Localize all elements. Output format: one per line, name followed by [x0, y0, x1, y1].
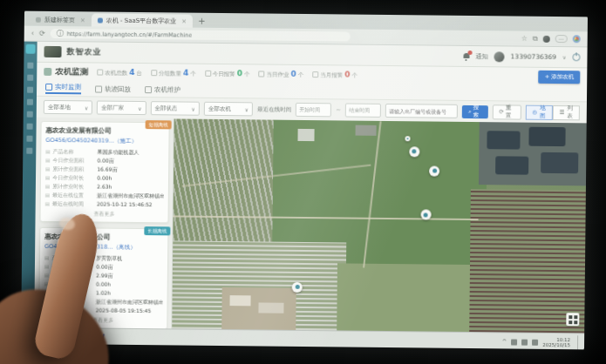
battery-icon[interactable]: [521, 339, 528, 345]
rail-item[interactable]: [27, 87, 33, 93]
browser-tab-farm-machine[interactable]: 农机 - SaaS平台数字农业 ×: [92, 13, 193, 27]
add-machine-button[interactable]: + 添加农机: [539, 71, 581, 84]
machine-select[interactable]: 全部农机 ∨: [204, 102, 253, 117]
address-bar[interactable]: ⓘ https://farm.lanyangtech.cn/#/FarmMach…: [51, 29, 351, 42]
system-tray: ^ 10:12 2025/10/15: [501, 334, 581, 349]
field-label: 最近在线时间: [52, 199, 94, 209]
stat-unit: 个: [244, 71, 250, 78]
field-icon: ▤: [44, 253, 49, 262]
keyword-input[interactable]: [385, 104, 458, 118]
volume-icon[interactable]: [511, 339, 517, 345]
user-phone[interactable]: 13390736369: [511, 52, 557, 61]
refresh-icon[interactable]: ⟳: [39, 30, 45, 37]
logout-power-icon[interactable]: [572, 53, 580, 61]
rail-item[interactable]: [27, 111, 33, 118]
brand-logo-image: [44, 46, 61, 57]
rail-item[interactable]: [27, 75, 33, 81]
browser-tab-newtab[interactable]: 新建标签页 ×: [30, 13, 92, 27]
list-view-label: 列表: [567, 104, 573, 120]
machine-marker[interactable]: [420, 210, 431, 220]
stat-value: 0: [291, 70, 296, 78]
tab-title: 新建标签页: [44, 15, 75, 24]
chevron-down-icon: ∨: [138, 104, 141, 111]
vendor-select[interactable]: 全部厂家 ∨: [97, 101, 146, 116]
close-tab-icon[interactable]: ×: [80, 17, 85, 24]
map-field-patch: [337, 263, 478, 332]
taskbar-clock[interactable]: 10:12 2025/10/15: [542, 336, 570, 347]
rail-item[interactable]: [26, 136, 32, 142]
machine-marker[interactable]: [292, 281, 303, 292]
new-tab-button[interactable]: +: [198, 16, 206, 28]
base-select[interactable]: 全部基地 ∨: [44, 100, 92, 115]
stat-unit: 个: [190, 71, 196, 78]
rail-item[interactable]: [26, 148, 32, 154]
notify-label[interactable]: 通知: [476, 52, 488, 61]
tray-expand-icon[interactable]: ^: [501, 338, 507, 345]
rail-item[interactable]: [27, 63, 33, 69]
status-select[interactable]: 全部状态 ∨: [150, 101, 199, 116]
end-date-input[interactable]: 结束时间: [345, 103, 381, 117]
field-icon: ▤: [45, 173, 50, 182]
tab-icon: [45, 84, 52, 91]
rail-item[interactable]: [27, 99, 33, 105]
content-area: 短期离线 惠农农业发展有限公司 GO456/GO450240319…（施工） ▤…: [34, 118, 586, 334]
list-view-button[interactable]: ☰ 列表: [552, 104, 580, 119]
app-root: 数智农业 通知 13390736369 ∨: [21, 42, 587, 334]
select-value: 全部基地: [48, 103, 71, 111]
browser-logo-icon[interactable]: [573, 35, 581, 43]
field-icon: ▤: [45, 199, 50, 208]
back-icon[interactable]: ‹: [31, 30, 34, 37]
tab-machine-maintenance[interactable]: 农机维护: [145, 85, 180, 94]
search-label: 搜索: [473, 104, 482, 119]
machine-code-link[interactable]: GO456/GO450240319…（施工）: [45, 137, 164, 145]
field-value: 2025-10-12 15:46:52: [97, 200, 164, 210]
machine-marker[interactable]: [409, 146, 419, 157]
machine-card-1[interactable]: 短期离线 惠农农业发展有限公司 GO456/GO450240319…（施工） ▤…: [39, 121, 169, 224]
field-icon: ▤: [45, 191, 50, 199]
browser-menu-icon[interactable]: ⋯: [555, 35, 568, 43]
show-desktop-button[interactable]: [577, 335, 581, 349]
field-label: 最近在线位置: [52, 191, 94, 200]
tab-track-playback[interactable]: 轨迹回放: [95, 84, 131, 93]
reset-icon: ⟳: [499, 108, 504, 115]
select-value: 全部农机: [208, 104, 231, 112]
field-label: 累计作业面积: [52, 165, 94, 174]
map-building: [259, 302, 283, 313]
close-tab-icon[interactable]: ×: [181, 17, 187, 24]
time-filter-label: 最近在线时间: [257, 105, 291, 113]
search-button[interactable]: ⌕ 搜索: [462, 104, 488, 118]
app-logo: [26, 44, 36, 54]
map-overview-control[interactable]: [566, 313, 579, 326]
browser-profile-avatar[interactable]: [543, 35, 550, 42]
machine-marker[interactable]: [405, 136, 410, 141]
chevron-down-icon[interactable]: ∨: [562, 54, 566, 60]
brand-name: 数智农业: [66, 46, 101, 57]
search-icon: ⌕: [468, 108, 472, 115]
satellite-map[interactable]: [172, 118, 586, 333]
map-icon: ◎: [532, 109, 537, 116]
map-view-button[interactable]: ◎ 地图: [525, 104, 552, 119]
ime-icon[interactable]: [532, 339, 538, 345]
user-avatar[interactable]: [494, 51, 505, 62]
start-date-input[interactable]: 开始时间: [296, 103, 331, 117]
extensions-icon[interactable]: ⧉: [533, 34, 538, 43]
select-value: 全部厂家: [101, 104, 124, 111]
field-label: 今日作业时长: [52, 173, 94, 183]
machine-marker[interactable]: [429, 165, 439, 176]
reset-button[interactable]: ⟳ 重置: [492, 104, 521, 119]
site-info-icon[interactable]: ⓘ: [57, 29, 64, 38]
stat-unit: 台: [136, 70, 142, 78]
chevron-down-icon: ∨: [245, 106, 249, 112]
tab-realtime-monitor[interactable]: 实时监测: [45, 83, 81, 94]
page-favicon: [36, 17, 41, 22]
stat-label: 当日作业: [267, 71, 289, 79]
map-pond: [487, 131, 521, 150]
reset-label: 重置: [506, 104, 514, 119]
bookmark-star-icon[interactable]: ☆: [521, 35, 528, 43]
toolbar-right: ☆ ⧉ ⋯: [521, 34, 581, 44]
map-building: [230, 296, 251, 307]
stat-value: 4: [129, 68, 134, 77]
notification-bell-icon[interactable]: [463, 52, 470, 59]
stat-groups: 分组数量 4 个: [151, 68, 196, 78]
rail-item[interactable]: [27, 124, 33, 130]
